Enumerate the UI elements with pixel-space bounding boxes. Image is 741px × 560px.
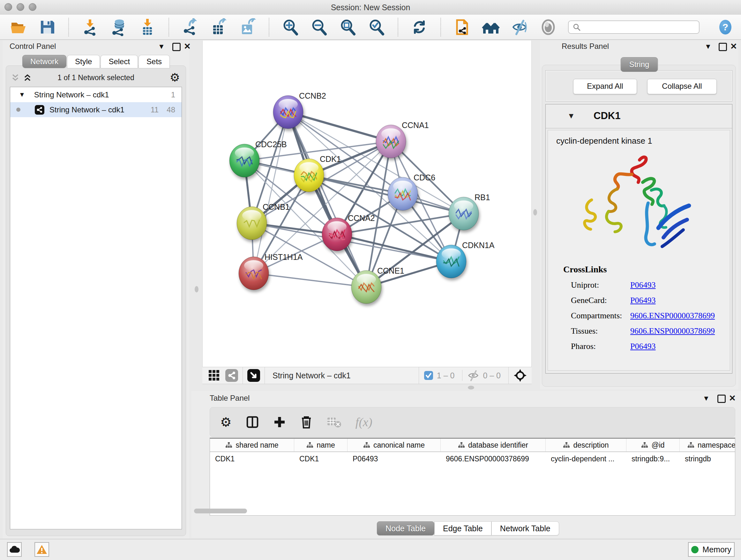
network-node[interactable] [351, 270, 381, 304]
table-settings-gear-icon[interactable]: ⚙ [220, 415, 232, 429]
delete-column-icon[interactable] [300, 415, 313, 429]
warnings-button[interactable] [35, 542, 49, 557]
column-header-canonical-name[interactable]: canonical name [347, 439, 441, 451]
tab-network-table[interactable]: Network Table [491, 521, 559, 536]
zoom-in-icon[interactable] [281, 18, 299, 36]
crosslink-link[interactable]: P06493 [630, 280, 656, 290]
tab-select[interactable]: Select [100, 55, 138, 68]
hide-panels-icon[interactable] [511, 18, 529, 36]
import-network-database-icon[interactable] [110, 18, 128, 36]
fit-selected-crosshair-icon[interactable] [513, 368, 527, 382]
table-toolbar: ⚙ f(x) [210, 407, 735, 437]
table-horizontal-scrollbar[interactable] [194, 509, 247, 513]
protein-card-expander-icon[interactable]: ▼ [567, 111, 575, 120]
column-header-name[interactable]: name [294, 439, 347, 451]
right-splitter-handle[interactable] [533, 209, 537, 215]
memory-button[interactable]: Memory [688, 542, 735, 557]
tab-string[interactable]: String [621, 57, 658, 72]
column-header-database-identifier[interactable]: database identifier [441, 439, 546, 451]
home-icon[interactable] [482, 18, 500, 36]
network-edge[interactable] [309, 175, 464, 213]
protein-structure-image [568, 152, 708, 260]
column-header--id[interactable]: @id [626, 439, 680, 451]
network-node-label: CCNB1 [263, 202, 290, 211]
crosslink-link[interactable]: P06493 [630, 296, 656, 305]
tab-network[interactable]: Network [22, 55, 66, 68]
gear-icon[interactable]: ⚙ [170, 71, 180, 84]
selected-checkbox-icon[interactable] [423, 370, 434, 381]
collection-expander-icon[interactable]: ▼ [19, 91, 25, 98]
network-node[interactable] [239, 257, 269, 290]
tab-style[interactable]: Style [67, 55, 100, 68]
left-splitter-handle[interactable] [195, 286, 199, 293]
table-row[interactable]: CDK1CDK1P064939606.ENSP00000378699cyclin… [210, 452, 735, 465]
network-node-label: CCNA1 [402, 121, 429, 130]
control-panel-title: Control Panel [10, 42, 56, 51]
results-panel-menu-caret-icon[interactable]: ▼ [704, 43, 712, 51]
zoom-out-icon[interactable] [310, 18, 328, 36]
import-network-file-icon[interactable] [81, 18, 99, 36]
network-edge[interactable] [254, 112, 288, 273]
export-network-icon[interactable] [181, 18, 199, 36]
network-node-label: RB1 [475, 193, 490, 202]
table-panel-close-icon[interactable]: ✕ [729, 395, 736, 401]
crosslink-link[interactable]: P06493 [630, 341, 656, 351]
title-bar: Session: New Session [0, 0, 741, 15]
bottom-splitter-handle[interactable] [468, 386, 474, 389]
help-icon[interactable]: ? [719, 20, 731, 35]
collapse-all-button[interactable]: Collapse All [647, 79, 717, 94]
network-collection-row[interactable]: ▼ String Network – cdk1 1 [10, 87, 182, 102]
column-header-namespace[interactable]: namespace [680, 439, 735, 451]
search-input[interactable] [583, 22, 695, 32]
export-table-icon[interactable] [210, 18, 228, 36]
birdseye-view-icon[interactable] [247, 369, 260, 382]
network-node[interactable] [273, 96, 303, 129]
delete-table-icon [327, 416, 341, 428]
hidden-eye-icon[interactable] [467, 369, 480, 382]
network-node[interactable] [436, 245, 466, 278]
network-edge[interactable] [254, 273, 366, 287]
control-panel-menu-caret-icon[interactable]: ▼ [158, 43, 165, 51]
refresh-icon[interactable] [410, 18, 428, 36]
tab-node-table[interactable]: Node Table [377, 521, 434, 536]
network-node[interactable] [322, 218, 352, 251]
export-image-icon[interactable] [239, 18, 257, 36]
show-columns-icon[interactable] [246, 415, 259, 429]
zoom-selected-icon[interactable] [367, 18, 386, 36]
grid-view-icon[interactable] [207, 369, 221, 382]
network-view-canvas[interactable]: CCNB2CCNA1CDC25BCDK1CDC6RB1CCNB1CCNA2CDK… [202, 41, 532, 367]
results-panel-float-icon[interactable] [719, 43, 727, 51]
network-row[interactable]: String Network – cdk1 11 48 [10, 102, 182, 117]
control-panel-close-icon[interactable]: ✕ [184, 43, 191, 50]
cloud-status-button[interactable] [7, 542, 22, 557]
save-session-icon[interactable] [38, 18, 56, 36]
network-node[interactable] [237, 206, 267, 240]
show-panels-icon[interactable] [539, 18, 557, 36]
table-panel-float-icon[interactable] [718, 395, 726, 403]
collection-label: String Network – cdk1 [34, 90, 109, 99]
network-graph[interactable]: CCNB2CCNA1CDC25BCDK1CDC6RB1CCNB1CCNA2CDK… [203, 41, 531, 366]
network-node[interactable] [376, 125, 406, 158]
expand-all-button[interactable]: Expand All [573, 79, 637, 94]
tab-sets[interactable]: Sets [138, 55, 170, 68]
results-panel-close-icon[interactable]: ✕ [730, 43, 737, 50]
zoom-fit-icon[interactable] [339, 18, 357, 36]
network-node[interactable] [294, 159, 324, 192]
results-panel-header: Results Panel ▼ ✕ [540, 41, 738, 53]
table-panel-menu-caret-icon[interactable]: ▼ [703, 394, 710, 402]
crosslink-link[interactable]: 9606.ENSP00000378699 [630, 326, 715, 336]
toolbar-separator [269, 18, 269, 37]
session-share-icon[interactable] [453, 18, 471, 36]
network-node[interactable] [388, 177, 418, 210]
tab-edge-table[interactable]: Edge Table [434, 521, 491, 536]
control-panel-float-icon[interactable] [172, 43, 181, 51]
network-node[interactable] [449, 197, 479, 230]
network-node[interactable] [229, 144, 259, 177]
crosslink-link[interactable]: 9606.ENSP00000378699 [630, 311, 715, 320]
import-table-file-icon[interactable] [138, 18, 156, 36]
open-session-icon[interactable] [10, 18, 27, 36]
add-column-icon[interactable] [273, 416, 286, 428]
network-overview-icon[interactable] [225, 369, 238, 382]
column-header-shared-name[interactable]: shared name [210, 439, 294, 451]
column-header-description[interactable]: description [546, 439, 626, 451]
